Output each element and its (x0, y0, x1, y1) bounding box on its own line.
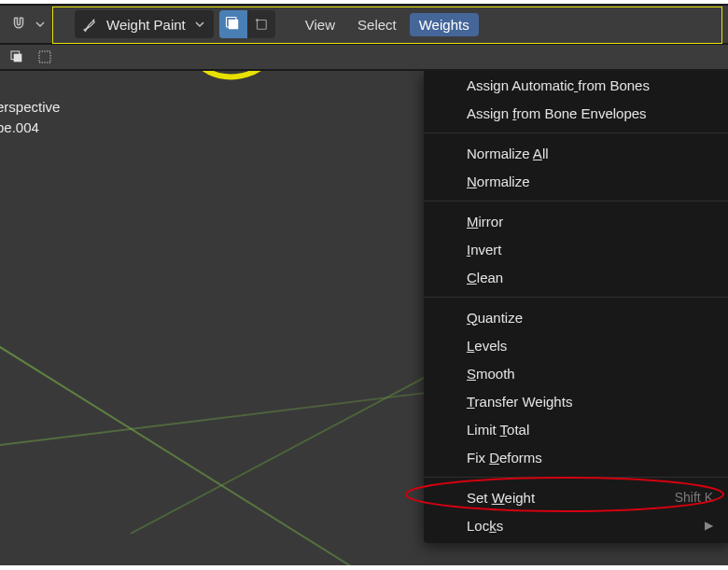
grid-line (0, 390, 444, 451)
viewport-info-line1: erspective (0, 99, 60, 115)
menu-item-label: Invert (467, 242, 502, 257)
svg-point-4 (256, 19, 259, 21)
menu-item-label: Clean (467, 270, 503, 285)
menu-item-label: Fix Deforms (467, 450, 542, 466)
submenu-arrow-icon: ▶ (705, 519, 713, 532)
menu-item-normalize-all[interactable]: Normalize All (424, 139, 728, 167)
menu-separator (424, 132, 728, 133)
chevron-down-icon[interactable] (32, 14, 49, 35)
menu-weights[interactable]: Weights (410, 13, 479, 36)
viewport-header: Weight Paint View Select Weig (0, 4, 728, 45)
mode-selector[interactable]: Weight Paint (75, 10, 214, 38)
annotation-yellow-circle (173, 71, 294, 91)
menu-item-label: Mirror (467, 214, 503, 229)
menu-item-fix-deforms[interactable]: Fix Deforms (424, 443, 728, 471)
svg-point-0 (93, 20, 95, 21)
grid-line (0, 323, 374, 565)
menu-item-label: Assign from Bone Envelopes (467, 105, 647, 121)
vertex-mask-toggle[interactable] (247, 10, 275, 38)
menu-item-label: Assign Automatic from Bones (467, 77, 650, 93)
menu-item-limit-total[interactable]: Limit Total (424, 415, 728, 443)
menu-item-label: Locks (467, 518, 503, 534)
menu-item-shortcut: Shift K (675, 490, 713, 505)
menu-item-label: Normalize All (467, 146, 549, 161)
svg-rect-5 (14, 54, 22, 63)
menu-separator (424, 297, 728, 298)
menu-item-label: Quantize (467, 310, 523, 326)
overlay-wire-icon[interactable] (35, 48, 54, 66)
snap-control[interactable] (7, 14, 49, 35)
menu-item-assign-automatic-from-bones[interactable]: Assign Automatic from Bones (424, 71, 728, 99)
grid-line (131, 367, 444, 535)
menu-item-label: Limit Total (467, 422, 529, 438)
menu-item-invert[interactable]: Invert (424, 235, 728, 263)
menu-item-label: Transfer Weights (467, 394, 572, 410)
menu-item-assign-from-bone-envelopes[interactable]: Assign from Bone Envelopes (424, 99, 728, 127)
menu-item-normalize[interactable]: Normalize (424, 167, 728, 195)
svg-rect-1 (229, 20, 239, 30)
menu-view[interactable]: View (296, 13, 344, 36)
menu-separator (424, 201, 728, 202)
svg-rect-3 (257, 21, 266, 30)
header-menus: View Select Weights (296, 13, 479, 36)
overlay-solid-icon[interactable] (7, 48, 26, 66)
magnet-icon (7, 14, 30, 35)
menu-item-label: Smooth (467, 366, 515, 382)
menu-select[interactable]: Select (348, 13, 406, 36)
menu-item-label: Set Weight (467, 490, 535, 506)
face-mask-toggle[interactable] (219, 10, 247, 38)
viewport-info-line2: be.004 (0, 119, 39, 135)
mode-label: Weight Paint (106, 17, 186, 33)
menu-item-locks[interactable]: Locks▶ (424, 511, 728, 539)
paint-mask-toggle-group (219, 10, 275, 38)
overlay-toolbar (0, 45, 728, 71)
menu-item-transfer-weights[interactable]: Transfer Weights (424, 387, 728, 415)
menu-item-label: Levels (467, 338, 507, 354)
menu-item-levels[interactable]: Levels (424, 331, 728, 359)
menu-item-clean[interactable]: Clean (424, 263, 728, 291)
menu-item-quantize[interactable]: Quantize (424, 303, 728, 331)
menu-item-mirror[interactable]: Mirror (424, 207, 728, 235)
chevron-down-icon[interactable] (191, 20, 208, 29)
menu-item-set-weight[interactable]: Set WeightShift K (424, 483, 728, 511)
weight-paint-icon (78, 14, 101, 35)
menu-item-smooth[interactable]: Smooth (424, 359, 728, 387)
weights-dropdown: Assign Automatic from BonesAssign from B… (424, 71, 728, 543)
3d-viewport[interactable]: erspective be.004 Assign Automatic from … (0, 71, 728, 565)
menu-separator (424, 477, 728, 478)
menu-item-label: Normalize (467, 174, 530, 189)
svg-rect-7 (39, 51, 50, 63)
